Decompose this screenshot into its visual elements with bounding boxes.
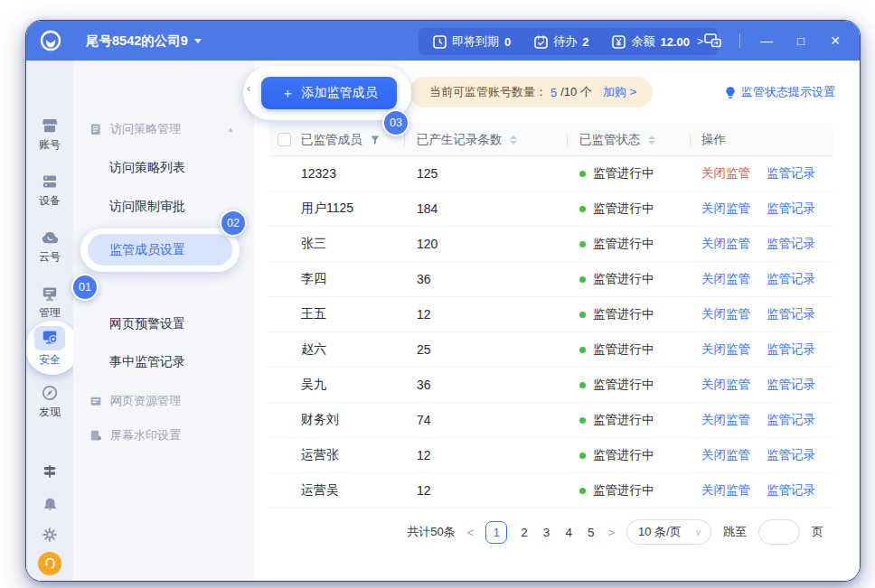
table-row: 运营吴 12 监管进行中 关闭监管 监管记录 bbox=[268, 473, 833, 509]
rail-label: 管理 bbox=[26, 305, 73, 321]
screen-cast-icon[interactable] bbox=[704, 33, 721, 48]
page-5[interactable]: 5 bbox=[586, 526, 597, 539]
chevron-right-icon: > bbox=[697, 35, 703, 48]
record-count: 184 bbox=[404, 201, 567, 216]
record-count: 25 bbox=[404, 342, 567, 357]
add-supervised-member-button[interactable]: ＋ 添加监管成员 bbox=[261, 77, 397, 109]
header-status: 已监管状态 bbox=[579, 132, 641, 148]
supervision-records-link[interactable]: 监管记录 bbox=[767, 483, 815, 497]
table-row: 用户1125 184 监管进行中 关闭监管 监管记录 bbox=[268, 191, 833, 227]
plus-icon: ＋ bbox=[281, 85, 295, 102]
storefront-icon bbox=[41, 117, 59, 135]
company-name: 尾号8542的公司9 bbox=[86, 33, 188, 50]
supervision-records-link[interactable]: 监管记录 bbox=[767, 342, 815, 356]
submenu-item-member-settings[interactable]: 监管成员设置 bbox=[88, 234, 232, 266]
todo-stat[interactable]: 待办 2 bbox=[534, 33, 588, 50]
page-1[interactable]: 1 bbox=[485, 521, 507, 544]
status-cell: 监管进行中 bbox=[579, 271, 690, 287]
select-all-checkbox[interactable] bbox=[278, 133, 291, 146]
chevron-down-icon bbox=[194, 39, 202, 43]
record-count: 36 bbox=[404, 378, 567, 392]
supervision-records-link[interactable]: 监管记录 bbox=[767, 201, 815, 215]
sort-icon[interactable] bbox=[648, 135, 655, 145]
close-button[interactable]: ✕ bbox=[827, 33, 843, 48]
page-size-select[interactable]: 10 条/页 ∨ bbox=[626, 519, 711, 545]
nav-rail: 账号 设备 云号 bbox=[26, 61, 73, 581]
status-dot-icon bbox=[579, 312, 586, 318]
close-supervision-link[interactable]: 关闭监管 bbox=[701, 483, 750, 497]
quota-label: 当前可监管账号数量： bbox=[429, 84, 547, 100]
expiring-stat[interactable]: 即将到期 0 bbox=[433, 33, 511, 50]
member-name: 王五 bbox=[299, 306, 404, 322]
rail-item-guide[interactable] bbox=[26, 462, 73, 483]
onboarding-badge-01: 01 bbox=[71, 274, 99, 301]
submenu-item-web-alert[interactable]: 网页预警设置 bbox=[73, 312, 254, 337]
page-2[interactable]: 2 bbox=[519, 526, 530, 539]
member-name: 赵六 bbox=[299, 341, 404, 358]
company-selector[interactable]: 尾号8542的公司9 bbox=[86, 33, 202, 50]
rail-item-account[interactable]: 账号 bbox=[26, 117, 73, 153]
supervision-records-link[interactable]: 监管记录 bbox=[767, 166, 815, 180]
table-row: 运营张 12 监管进行中 关闭监管 监管记录 bbox=[268, 438, 833, 473]
status-tip-settings-link[interactable]: 监管状态提示设置 bbox=[724, 84, 835, 100]
close-supervision-link[interactable]: 关闭监管 bbox=[701, 237, 750, 250]
header-records: 已产生记录条数 bbox=[417, 132, 503, 148]
submenu-item-label: 事中监管记录 bbox=[109, 354, 185, 370]
status-dot-icon bbox=[579, 206, 586, 212]
submenu-group-watermark[interactable]: 屏幕水印设置 bbox=[73, 423, 254, 448]
close-supervision-link[interactable]: 关闭监管 bbox=[701, 378, 750, 391]
desktop-stage: 尾号8542的公司9 即将到期 0 bbox=[0, 0, 875, 588]
status-dot-icon bbox=[579, 347, 586, 353]
prev-page-chevron[interactable]: < bbox=[467, 526, 475, 539]
supervision-records-link[interactable]: 监管记录 bbox=[767, 272, 815, 285]
supervision-records-link[interactable]: 监管记录 bbox=[767, 378, 815, 391]
minimize-button[interactable]: — bbox=[758, 33, 775, 48]
rail-item-device[interactable]: 设备 bbox=[26, 173, 73, 209]
close-supervision-link[interactable]: 关闭监管 bbox=[701, 166, 750, 180]
page-4[interactable]: 4 bbox=[563, 526, 574, 539]
supervision-records-link[interactable]: 监管记录 bbox=[767, 237, 815, 250]
todo-value: 2 bbox=[582, 35, 588, 49]
app-logo-icon bbox=[39, 29, 62, 52]
close-supervision-link[interactable]: 关闭监管 bbox=[701, 448, 750, 462]
status-cell: 监管进行中 bbox=[579, 306, 690, 322]
supervision-records-link[interactable]: 监管记录 bbox=[767, 413, 815, 426]
rail-item-notifications[interactable] bbox=[26, 496, 73, 516]
rail-item-security[interactable]: 安全 bbox=[26, 326, 73, 368]
rail-item-discover[interactable]: 发现 bbox=[26, 384, 73, 420]
bulb-icon bbox=[724, 86, 737, 99]
buy-more-link[interactable]: 加购 > bbox=[603, 84, 636, 100]
close-supervision-link[interactable]: 关闭监管 bbox=[701, 342, 750, 356]
rail-item-support[interactable] bbox=[26, 552, 73, 575]
submenu-item-policy-list[interactable]: 访问策略列表 bbox=[73, 155, 254, 181]
close-supervision-link[interactable]: 关闭监管 bbox=[701, 413, 750, 426]
app-window: 尾号8542的公司9 即将到期 0 bbox=[25, 20, 861, 582]
rail-item-manage[interactable]: 管理 bbox=[26, 285, 73, 321]
maximize-button[interactable]: □ bbox=[793, 34, 809, 48]
bell-icon bbox=[42, 496, 59, 513]
jump-page-input[interactable] bbox=[758, 519, 800, 545]
status-cell: 监管进行中 bbox=[579, 201, 690, 217]
next-page-chevron[interactable]: > bbox=[607, 526, 615, 539]
close-supervision-link[interactable]: 关闭监管 bbox=[701, 272, 750, 285]
quota-bar: 当前可监管账号数量： 5 /10 个 加购 > bbox=[409, 77, 653, 107]
balance-stat[interactable]: 余额 12.00 > bbox=[612, 33, 703, 50]
rail-item-settings[interactable] bbox=[26, 527, 73, 546]
filter-funnel-icon[interactable] bbox=[370, 135, 381, 145]
supervision-records-link[interactable]: 监管记录 bbox=[767, 307, 815, 321]
status-text: 监管进行中 bbox=[593, 412, 654, 428]
supervision-records-link[interactable]: 监管记录 bbox=[767, 448, 815, 462]
sidebar-collapse-chevron[interactable]: ‹ bbox=[247, 81, 250, 95]
compass-icon bbox=[41, 384, 59, 402]
close-supervision-link[interactable]: 关闭监管 bbox=[701, 307, 750, 321]
submenu-group-web-resources[interactable]: 网页资源管理 bbox=[73, 388, 254, 414]
collapse-arrow-icon: ▲ bbox=[227, 126, 234, 134]
page-3[interactable]: 3 bbox=[541, 526, 552, 539]
sort-icon[interactable] bbox=[510, 135, 517, 145]
titlebar: 尾号8542的公司9 即将到期 0 bbox=[26, 21, 860, 61]
close-supervision-link[interactable]: 关闭监管 bbox=[701, 201, 750, 215]
rail-item-cloud[interactable]: 云号 bbox=[26, 229, 73, 265]
record-count: 120 bbox=[404, 237, 567, 251]
submenu-item-supervision-records[interactable]: 事中监管记录 bbox=[73, 350, 254, 375]
submenu-group-access-policy[interactable]: 访问策略管理 ▲ bbox=[73, 117, 254, 142]
